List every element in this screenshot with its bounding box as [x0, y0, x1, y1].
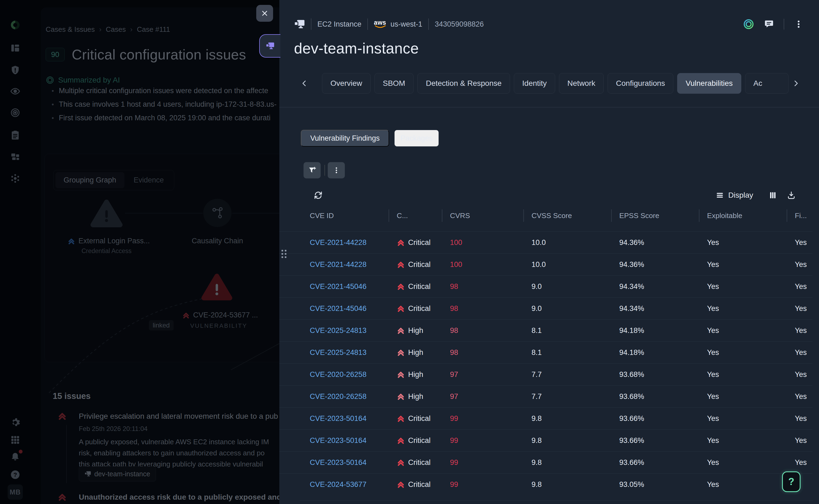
kebab-menu-icon[interactable]	[794, 20, 803, 29]
cvrs-value: 98	[442, 348, 523, 357]
cve-link[interactable]: CVE-2023-50164	[310, 436, 366, 445]
table-row[interactable]: CVE-2021-45046 Critical 98 9.0 94.34% Ye…	[279, 275, 812, 297]
column-header-fixable[interactable]: Fi...	[787, 212, 819, 220]
column-header-cvrs[interactable]: CVRS	[442, 212, 523, 220]
tab-sbom[interactable]: SBOM	[374, 73, 414, 94]
help-button[interactable]: ?	[782, 471, 801, 492]
table-row[interactable]: CVE-2025-24813 High 98 8.1 94.18% Yes Ye…	[279, 341, 812, 363]
cve-link[interactable]: CVE-2021-45046	[310, 304, 366, 313]
modal-dim-overlay	[0, 0, 279, 504]
severity-label: Critical	[408, 304, 431, 313]
tab-configurations[interactable]: Configurations	[608, 73, 674, 94]
account-id-label: 343059098826	[435, 20, 484, 29]
panel-drag-handle[interactable]	[259, 34, 280, 58]
cvss-value: 9.0	[523, 282, 611, 291]
column-header-epss-score[interactable]: EPSS Score	[611, 212, 699, 220]
kebab-menu-icon	[332, 166, 340, 174]
table-actions-menu-button[interactable]	[328, 162, 345, 178]
tab-identity[interactable]: Identity	[514, 73, 555, 94]
table-row[interactable]: CVE-2023-50164 Critical 99 9.8 93.66% Ye…	[279, 451, 812, 473]
epss-value: 93.68%	[611, 392, 699, 401]
cvss-value: 7.7	[523, 370, 611, 379]
severity-icon	[397, 260, 405, 269]
refresh-button[interactable]	[312, 189, 324, 201]
cve-link[interactable]: CVE-2024-53677	[310, 480, 366, 489]
column-header-exploitable[interactable]: Exploitable	[699, 212, 787, 220]
close-panel-button[interactable]	[256, 5, 273, 22]
cve-link[interactable]: CVE-2020-26258	[310, 370, 366, 379]
divider	[428, 18, 429, 30]
severity-label: Critical	[408, 238, 431, 247]
epss-value: 94.36%	[611, 260, 699, 269]
cve-link[interactable]: CVE-2021-44228	[310, 238, 366, 247]
column-header-cvss-score[interactable]: CVSS Score	[523, 212, 611, 220]
cvss-value: 9.8	[523, 436, 611, 445]
tab-network[interactable]: Network	[559, 73, 604, 94]
cvss-value: 9.8	[523, 458, 611, 467]
cve-link[interactable]: CVE-2020-26258	[310, 392, 366, 401]
fixable-value: Yes	[787, 326, 812, 335]
fixable-value: Yes	[787, 458, 812, 467]
asset-tabs: OverviewSBOMDetection & ResponseIdentity…	[279, 73, 819, 94]
severity-icon	[397, 370, 405, 379]
table-row[interactable]: CVE-2020-26258 High 97 7.7 93.68% Yes Ye…	[279, 363, 812, 385]
epss-value: 93.66%	[611, 414, 699, 423]
cvrs-value: 100	[442, 260, 523, 269]
exploitable-value: Yes	[699, 370, 787, 379]
asset-title: dev-team-instance	[294, 40, 419, 57]
cvrs-value: 98	[442, 326, 523, 335]
column-header-severity[interactable]: C...	[388, 212, 442, 220]
fixable-value: Yes	[787, 304, 812, 313]
severity-label: Critical	[408, 458, 431, 467]
exploitable-value: Yes	[699, 480, 787, 489]
cve-link[interactable]: CVE-2025-24813	[310, 326, 366, 335]
cvrs-value: 99	[442, 436, 523, 445]
cve-link[interactable]: CVE-2023-50164	[310, 458, 366, 467]
column-header-cve-id[interactable]: CVE ID	[310, 212, 388, 220]
severity-label: Critical	[408, 436, 431, 445]
tab-truncated[interactable]: Ac	[745, 73, 789, 94]
display-button[interactable]: Display	[714, 189, 755, 201]
tab-detection-response[interactable]: Detection & Response	[418, 73, 510, 94]
severity-icon	[397, 348, 405, 357]
tabs-scroll-left-icon[interactable]	[300, 79, 309, 87]
cve-link[interactable]: CVE-2025-24813	[310, 348, 366, 357]
severity-icon	[397, 304, 405, 313]
tabs-scroll-right-icon[interactable]	[792, 79, 800, 87]
table-row[interactable]: CVE-2021-44228 Critical 100 10.0 94.36% …	[279, 231, 812, 253]
table-row[interactable]: CVE-2020-26258 High 97 7.7 93.68% Yes Ye…	[279, 385, 812, 407]
tab-vulnerability-findings[interactable]: Vulnerability Findings	[301, 130, 389, 147]
severity-label: Critical	[408, 282, 431, 291]
cvss-value: 8.1	[523, 348, 611, 357]
fixable-value: Yes	[787, 238, 812, 247]
epss-value: 94.36%	[611, 238, 699, 247]
severity-icon	[397, 392, 405, 401]
cve-link[interactable]: CVE-2021-44228	[310, 260, 366, 269]
fixable-value: Yes	[787, 348, 812, 357]
table-header: CVE ID C... CVRS CVSS Score EPSS Score E…	[279, 208, 819, 223]
divider	[279, 107, 819, 108]
table-row[interactable]: CVE-2025-24813 High 98 8.1 94.18% Yes Ye…	[279, 319, 812, 341]
severity-icon	[397, 282, 405, 291]
table-row[interactable]: CVE-2023-50164 Critical 99 9.8 93.66% Ye…	[279, 407, 812, 429]
resize-grip[interactable]	[281, 250, 286, 258]
export-download-button[interactable]	[784, 189, 799, 201]
add-filter-button[interactable]	[303, 162, 321, 178]
table-row[interactable]: CVE-2021-44228 Critical 100 10.0 94.36% …	[279, 253, 812, 275]
tab-vulnerabilities[interactable]: Vulnerabilities	[677, 73, 741, 94]
table-row[interactable]: CVE-2024-53677 Critical 99 9.8 93.05% Ye…	[279, 473, 812, 495]
tab-overview[interactable]: Overview	[322, 73, 370, 94]
fixable-value: Yes	[787, 436, 812, 445]
table-row[interactable]: CVE-2021-45046 Critical 98 9.0 94.34% Ye…	[279, 297, 812, 319]
manage-columns-button[interactable]	[766, 189, 780, 201]
cve-link[interactable]: CVE-2021-45046	[310, 282, 366, 291]
ai-assistant-icon[interactable]	[743, 18, 754, 30]
tab-packages[interactable]: Packages	[394, 130, 439, 147]
divider	[784, 19, 784, 30]
fixable-value: Yes	[787, 370, 812, 379]
divider	[324, 165, 325, 176]
cve-link[interactable]: CVE-2023-50164	[310, 414, 366, 423]
severity-icon	[397, 458, 405, 467]
table-row[interactable]: CVE-2023-50164 Critical 99 9.8 93.66% Ye…	[279, 429, 812, 451]
comments-icon[interactable]	[764, 19, 774, 29]
